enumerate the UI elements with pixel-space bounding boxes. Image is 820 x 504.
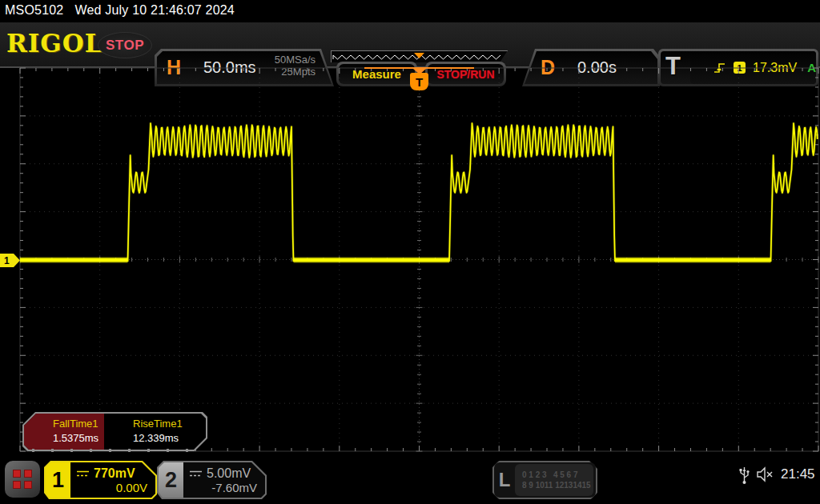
trigger-marker-badge[interactable]: T	[410, 73, 428, 90]
measurement-falltime[interactable]: FallTime1 1.5375ms	[24, 414, 104, 450]
measurement-name: RiseTime1	[133, 418, 184, 430]
channel1-offset: 0.00V	[76, 481, 147, 494]
clock: 21:45	[781, 466, 815, 482]
logic-channel-numbers: 0 1 2 3 4 5 6 7 8 9 1011 12131415	[515, 464, 593, 496]
channel2-badge: 2	[159, 462, 183, 498]
channel1-scale: 770mV	[94, 466, 135, 481]
channel2-offset: -7.60mV	[189, 481, 257, 494]
menu-button[interactable]	[5, 461, 40, 498]
channel2-scale: 5.00mV	[207, 466, 251, 481]
dc-coupling-icon	[76, 470, 90, 478]
measurement-risetime[interactable]: RiseTime1 12.339ms	[104, 414, 184, 450]
channel1-badge: 1	[46, 462, 70, 498]
logic-channels-status[interactable]: L 0 1 2 3 4 5 6 7 8 9 1011 12131415	[492, 461, 597, 499]
measurement-name: FallTime1	[53, 418, 104, 430]
logic-label: L	[494, 462, 515, 498]
trigger-icon: T	[665, 52, 681, 81]
menu-grid-icon	[13, 470, 32, 489]
oscilloscope-screen: MSO5102Wed July 10 21:46:07 2024 RIGOL S…	[0, 0, 820, 504]
channel2-status[interactable]: 2 5.00mV -7.60mV	[157, 461, 267, 499]
measurement-value: 1.5375ms	[53, 432, 104, 444]
bottom-status-bar: 1 770mV 0.00V 2	[0, 456, 820, 504]
usb-icon	[738, 464, 750, 485]
measurement-value: 12.339ms	[133, 432, 184, 444]
measurement-panel[interactable]: FallTime1 1.5375ms RiseTime1 12.339ms	[22, 412, 207, 451]
channel1-status[interactable]: 1 770mV 0.00V	[44, 461, 157, 499]
measurement-panel-ticks	[32, 449, 196, 452]
dc-coupling-icon	[189, 470, 203, 478]
speaker-muted-icon	[755, 466, 774, 483]
